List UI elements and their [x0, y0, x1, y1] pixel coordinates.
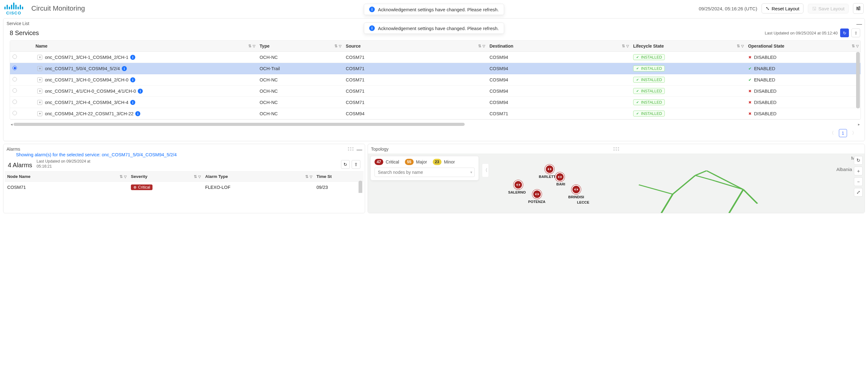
map-fit-button[interactable]: ⤢	[854, 188, 863, 197]
row-expand-button[interactable]: +	[37, 66, 42, 71]
cisco-wordmark: CISCO	[6, 11, 22, 16]
alarms-context-link[interactable]: Showing alarm(s) for the selected servic…	[3, 152, 365, 159]
sort-icon[interactable]	[194, 175, 197, 179]
page-prev-button[interactable]: 〈	[828, 129, 836, 137]
router-icon	[574, 187, 579, 192]
info-icon[interactable]: i	[130, 55, 135, 60]
topo-node[interactable]	[545, 164, 554, 174]
services-export-button[interactable]	[851, 29, 860, 37]
service-row[interactable]: +onc_COSM71_5/0/4_COSM94_5/2/4iOCH-Trail…	[10, 63, 861, 74]
sort-icon[interactable]	[478, 44, 481, 48]
service-row[interactable]: +onc_COSM94_2/CH-22_COSM71_3/CH-22iOCH-N…	[10, 108, 861, 119]
info-icon[interactable]: i	[138, 89, 143, 94]
router-icon	[557, 175, 562, 179]
service-row[interactable]: +onc_COSM71_3/CH-1_COSM94_2/CH-1iOCH-NCC…	[10, 52, 861, 63]
col-node[interactable]: Node Name	[7, 174, 30, 179]
info-icon[interactable]: i	[130, 77, 135, 82]
filter-icon[interactable]	[339, 44, 341, 48]
reset-layout-button[interactable]: Reset Layout	[762, 3, 803, 13]
operational-state: DISABLED	[748, 89, 777, 94]
col-source[interactable]: Source	[346, 43, 361, 49]
service-name: onc_COSM71_4/1/CH-0_COSM94_4/1/CH-0	[45, 89, 136, 94]
service-type: OCH-NC	[257, 86, 343, 97]
x-icon	[748, 100, 752, 105]
services-h-scroll[interactable]: ◂ ▸	[10, 122, 861, 126]
service-row[interactable]: +onc_COSM71_2/CH-4_COSM94_3/CH-4iOCH-NCC…	[10, 97, 861, 108]
row-select-radio[interactable]	[12, 55, 17, 59]
filter-icon[interactable]	[124, 175, 126, 179]
sort-icon[interactable]	[737, 44, 740, 48]
alarms-last-updated: Last Updated on 09/25/2024 at 05:16:21	[37, 159, 93, 169]
legend-collapse-button[interactable]: 〈	[482, 163, 489, 177]
row-select-radio[interactable]	[12, 77, 17, 82]
topo-node[interactable]	[571, 185, 581, 194]
col-alarm-type[interactable]: Alarm Type	[205, 174, 228, 179]
page-number[interactable]: 1	[839, 129, 847, 137]
topo-node[interactable]	[514, 180, 523, 189]
col-severity[interactable]: Severity	[131, 174, 148, 179]
svg-line-7	[661, 194, 673, 213]
service-row[interactable]: +onc_COSM71_3/CH-0_COSM94_2/CH-0iOCH-NCC…	[10, 74, 861, 86]
topo-node[interactable]	[555, 172, 565, 182]
info-icon[interactable]: i	[122, 66, 127, 71]
col-name[interactable]: Name	[35, 43, 47, 49]
row-select-radio[interactable]	[12, 88, 17, 93]
service-row[interactable]: +onc_COSM71_4/1/CH-0_COSM94_4/1/CH-0iOCH…	[10, 86, 861, 97]
page-next-button[interactable]: 〉	[850, 129, 858, 137]
scroll-right-icon[interactable]: ▸	[857, 122, 861, 126]
service-destination: COSM94	[487, 63, 631, 74]
col-type[interactable]: Type	[259, 43, 270, 49]
service-type: OCH-Trail	[257, 63, 343, 74]
panel-collapse-button[interactable]: —	[857, 21, 862, 28]
sort-icon[interactable]	[852, 44, 855, 48]
panel-drag-handle[interactable]	[348, 147, 353, 151]
row-expand-button[interactable]: +	[37, 111, 42, 116]
row-expand-button[interactable]: +	[37, 77, 42, 82]
row-select-radio[interactable]	[12, 99, 17, 104]
row-select-radio[interactable]	[12, 66, 17, 70]
panel-drag-handle[interactable]	[613, 147, 619, 151]
services-refresh-button[interactable]	[840, 29, 849, 37]
alarms-scrollbar[interactable]	[359, 181, 362, 193]
filter-icon[interactable]	[253, 44, 255, 48]
sort-icon[interactable]	[622, 44, 625, 48]
filter-icon[interactable]	[198, 175, 201, 179]
topology-map[interactable]: 47 Critical 55 Major 23 Minor	[368, 153, 865, 213]
panel-collapse-button[interactable]: —	[356, 147, 362, 153]
filter-icon[interactable]	[483, 44, 485, 48]
map-zoom-out-button[interactable]: －	[854, 177, 863, 186]
filter-icon[interactable]	[856, 44, 859, 48]
col-time[interactable]: Time St	[317, 174, 332, 179]
row-select-radio[interactable]	[12, 111, 17, 115]
filter-icon[interactable]	[626, 44, 629, 48]
topology-search-input[interactable]	[374, 168, 475, 177]
alarms-refresh-button[interactable]	[341, 160, 350, 169]
sort-icon[interactable]	[305, 175, 308, 179]
settings-sliders-button[interactable]	[853, 3, 864, 14]
sort-icon[interactable]	[334, 44, 338, 48]
info-icon[interactable]: i	[130, 100, 135, 105]
filter-icon[interactable]	[310, 175, 312, 179]
map-refresh-button[interactable]: ↻	[854, 156, 863, 165]
sort-icon[interactable]	[120, 175, 123, 179]
filter-icon[interactable]	[741, 44, 744, 48]
scroll-left-icon[interactable]: ◂	[10, 122, 13, 126]
row-expand-button[interactable]: +	[37, 89, 42, 94]
services-scrollbar[interactable]	[856, 52, 860, 108]
toast-text: Acknowledgement settings have changed. P…	[378, 26, 499, 31]
col-operational[interactable]: Operational State	[748, 43, 784, 49]
topo-node[interactable]	[532, 189, 542, 199]
row-expand-button[interactable]: +	[37, 55, 42, 60]
alarm-row[interactable]: COSM71CriticalFLEXO-LOF09/23	[5, 182, 364, 193]
col-destination[interactable]: Destination	[489, 43, 513, 49]
svg-line-8	[729, 189, 743, 213]
alarms-export-button[interactable]	[352, 160, 361, 169]
alarm-type: FLEXO-LOF	[203, 182, 314, 193]
col-lifecycle[interactable]: Lifecycle State	[633, 43, 664, 49]
info-icon[interactable]: i	[135, 111, 140, 116]
map-zoom-in-button[interactable]: ＋	[854, 167, 863, 175]
row-expand-button[interactable]: +	[37, 100, 42, 105]
service-type: OCH-NC	[257, 97, 343, 108]
sort-icon[interactable]	[248, 44, 251, 48]
chevron-down-icon[interactable]: ▾	[470, 170, 472, 175]
